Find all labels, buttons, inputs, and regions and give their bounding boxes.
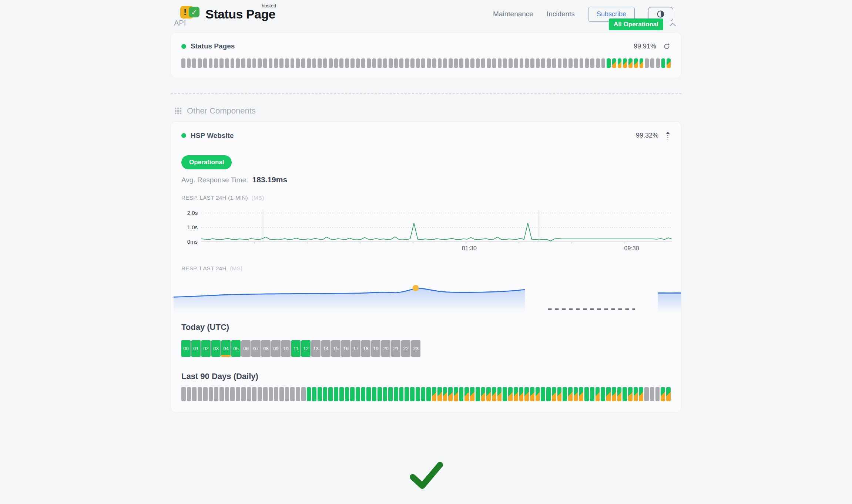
brand-title: Status Page (205, 7, 275, 21)
hour-cell-22: 22 (401, 340, 410, 357)
uptime-bar (334, 387, 338, 401)
uptime-bar (187, 387, 191, 401)
uptime-bar (187, 58, 191, 68)
collapse-arrow-icon[interactable] (665, 131, 671, 140)
uptime-bar (399, 58, 403, 68)
uptime-bar (443, 387, 447, 401)
uptime-bar (252, 58, 256, 68)
uptime-bar (438, 58, 442, 68)
hour-cell-14: 14 (321, 340, 331, 357)
hour-cell-01: 01 (191, 340, 201, 357)
uptime-bar (263, 58, 267, 68)
uptime-bar (307, 387, 311, 401)
uptime-bar (470, 387, 474, 401)
uptime-bar (558, 58, 562, 68)
hour-cell-05: 05 (231, 340, 241, 357)
uptime-bar (536, 58, 540, 68)
uptime-bar (203, 387, 208, 401)
uptime-bar (198, 387, 202, 401)
svg-text:01:30: 01:30 (462, 245, 477, 251)
uptime-bar (301, 387, 306, 401)
uptime-bar (421, 58, 425, 68)
uptime-bar (345, 58, 349, 68)
uptime-bar (263, 387, 268, 401)
big-check-icon (406, 459, 446, 491)
nav-link-maintenance[interactable]: Maintenance (493, 10, 533, 18)
uptime-bar (476, 387, 480, 401)
uptime-bar (498, 58, 502, 68)
uptime-bar (585, 58, 589, 68)
avg-response-value: 183.19ms (252, 175, 288, 184)
uptime-bar (508, 387, 513, 401)
hour-cell-08: 08 (261, 340, 271, 357)
uptime-bar (356, 387, 360, 401)
uptime-bar (552, 387, 556, 401)
hour-cell-12: 12 (301, 340, 311, 357)
uptime-bar (645, 58, 649, 68)
uptime-bar (318, 387, 322, 401)
uptime-bar (394, 58, 398, 68)
uptime-bar (203, 58, 207, 68)
uptime-bar (209, 58, 213, 68)
header: ! ✓ Status Page hosted Maintenance Incid… (0, 0, 852, 28)
uptime-bar (464, 387, 469, 401)
uptime-bar (524, 387, 529, 401)
chart2-plot (171, 276, 681, 313)
uptime-bar (372, 58, 376, 68)
response-time-1min-chart: 2.0s1.0s0ms 01:3009:30 (181, 204, 671, 254)
uptime-bar (372, 387, 376, 401)
uptime-bar (476, 58, 480, 68)
uptime-bar (192, 58, 196, 68)
uptime-bar (389, 58, 393, 68)
uptime-bar (530, 58, 534, 68)
hour-cell-02: 02 (201, 340, 211, 357)
uptime-bar (339, 387, 344, 401)
uptime-bar (366, 387, 371, 401)
refresh-icon[interactable] (663, 43, 671, 50)
uptime-bar (214, 58, 218, 68)
daily-uptime-bar-strip (181, 387, 671, 401)
component-name: Status Pages (191, 42, 235, 50)
overall-status-badge[interactable]: All Operational (609, 18, 663, 30)
component-status-dot (181, 44, 186, 49)
uptime-bar (607, 58, 611, 68)
uptime-bar (650, 58, 654, 68)
uptime-bar (307, 58, 311, 68)
uptime-bar (563, 387, 567, 401)
uptime-bar (465, 58, 469, 68)
grid-icon (174, 107, 182, 115)
chart1-y-tick: 1.0s (181, 224, 198, 231)
uptime-bar (236, 387, 240, 401)
hour-cell-19: 19 (371, 340, 380, 357)
uptime-bar (247, 387, 251, 401)
uptime-bar (541, 387, 545, 401)
uptime-bar (563, 58, 567, 68)
component-uptime: 99.32% (636, 132, 658, 139)
uptime-bar (269, 58, 273, 68)
uptime-bar (361, 387, 366, 401)
uptime-bar (519, 387, 524, 401)
hour-cell-16: 16 (341, 340, 350, 357)
nav-link-incidents[interactable]: Incidents (547, 10, 575, 18)
uptime-bar (345, 387, 349, 401)
uptime-bar (454, 58, 458, 68)
uptime-bar (470, 58, 474, 68)
brand-superscript: hosted (262, 3, 276, 9)
uptime-bar (350, 387, 355, 401)
uptime-bar (454, 387, 458, 401)
uptime-bar (552, 58, 556, 68)
uptime-bar (596, 387, 600, 401)
uptime-bar (443, 58, 447, 68)
uptime-bar (323, 387, 328, 401)
uptime-bar (492, 58, 496, 68)
uptime-bar (405, 58, 409, 68)
uptime-bar (399, 387, 404, 401)
uptime-bar (661, 58, 665, 68)
api-component-card: Status Pages 99.91% (171, 32, 681, 78)
uptime-bar (290, 387, 295, 401)
uptime-bar (536, 387, 540, 401)
uptime-bar (546, 387, 551, 401)
uptime-bar (487, 58, 491, 68)
svg-text:09:30: 09:30 (624, 245, 639, 251)
chevron-up-icon[interactable] (669, 23, 676, 27)
